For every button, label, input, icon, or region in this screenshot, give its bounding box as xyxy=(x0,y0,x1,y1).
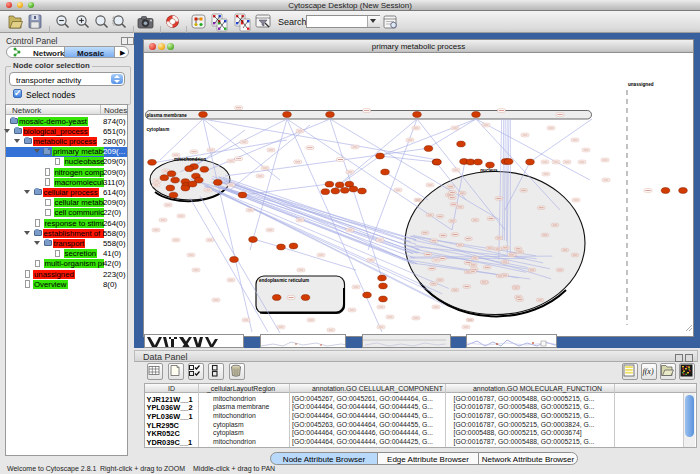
svg-text:cytoplasm: cytoplasm xyxy=(147,127,170,132)
svg-text:mitochondrion: mitochondrion xyxy=(174,157,206,162)
svg-text:endoplasmic reticulum: endoplasmic reticulum xyxy=(259,278,309,283)
svg-text:plasma membrane: plasma membrane xyxy=(147,113,188,118)
svg-text:f(x): f(x) xyxy=(642,367,653,376)
svg-text:unassigned: unassigned xyxy=(628,82,654,87)
svg-text:nucleus: nucleus xyxy=(480,168,498,173)
